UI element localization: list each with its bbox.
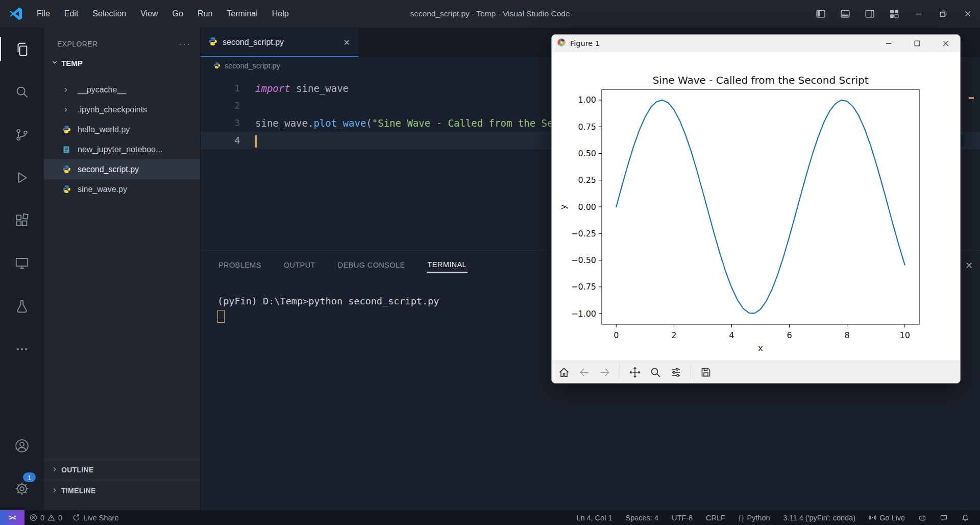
layout-panel-icon[interactable] <box>833 0 857 28</box>
explorer-item-new-jupyter-noteboo[interactable]: new_jupyter_noteboo... <box>44 139 200 159</box>
explorer-icon[interactable] <box>0 28 44 70</box>
y-tick-label: 0.75 <box>578 122 596 132</box>
python-icon <box>208 37 217 48</box>
remote-explorer-icon[interactable] <box>0 242 44 285</box>
python-icon <box>62 185 75 194</box>
panel-tab-debug-console[interactable]: DEBUG CONSOLE <box>337 258 406 272</box>
language-mode[interactable]: { } Python <box>732 510 777 525</box>
remote-indicator[interactable]: >< <box>0 510 24 525</box>
explorer-header: EXPLORER ··· <box>44 35 200 53</box>
problems-status[interactable]: 0 0 <box>24 510 67 525</box>
menu-terminal[interactable]: Terminal <box>219 0 264 28</box>
x-tick-label: 10 <box>900 330 910 340</box>
copilot-icon[interactable] <box>912 510 933 525</box>
layout-sidebar-icon[interactable] <box>808 0 833 28</box>
panel-tab-problems[interactable]: PROBLEMS <box>217 258 262 272</box>
window-controls <box>808 0 980 28</box>
minimize-icon[interactable] <box>874 35 903 52</box>
menu-help[interactable]: Help <box>265 0 296 28</box>
python-interpreter[interactable]: 3.11.4 ('pyFin': conda) <box>777 510 862 525</box>
configure-icon[interactable] <box>669 365 683 379</box>
outline-section[interactable]: OUTLINE <box>44 459 200 480</box>
save-icon[interactable] <box>699 365 713 379</box>
outline-label: OUTLINE <box>61 466 94 474</box>
activity-bar: 1 <box>0 28 44 510</box>
minimize-icon[interactable] <box>906 0 931 28</box>
figure-window[interactable]: Figure 1 Sine Wave - Called from the Sec… <box>551 34 961 384</box>
back-icon[interactable] <box>577 365 592 379</box>
run-debug-icon[interactable] <box>0 156 44 199</box>
pan-icon[interactable] <box>628 365 642 379</box>
zoom-icon[interactable] <box>648 365 663 379</box>
explorer-item-second-script-py[interactable]: second_script.py <box>44 159 200 179</box>
y-tick-label: −0.75 <box>571 282 596 292</box>
menu-bar: FileEditSelectionViewGoRunTerminalHelp <box>30 0 296 28</box>
folder-root-temp[interactable]: TEMP <box>44 53 200 73</box>
line-number: 1 <box>200 80 255 97</box>
timeline-section[interactable]: TIMELINE <box>44 480 200 501</box>
close-icon[interactable] <box>932 35 960 52</box>
layout-sidebar-right-icon[interactable] <box>857 0 882 28</box>
explorer-item-hello-world-py[interactable]: hello_world.py <box>44 120 200 139</box>
panel-tab-output[interactable]: OUTPUT <box>283 258 316 272</box>
line-number: 4 <box>200 132 255 149</box>
menu-go[interactable]: Go <box>165 0 190 28</box>
y-axis-label: y <box>558 204 568 209</box>
token: ( <box>366 117 372 129</box>
more-icon[interactable] <box>0 328 44 371</box>
menu-file[interactable]: File <box>30 0 57 28</box>
toolbar-separator <box>620 366 620 379</box>
token: import <box>255 83 290 94</box>
editor-cursor <box>255 135 257 148</box>
y-tick-label: 0.00 <box>578 202 596 212</box>
forward-icon[interactable] <box>598 365 612 379</box>
figure-title-bar[interactable]: Figure 1 <box>552 35 960 52</box>
restore-icon[interactable] <box>931 0 955 28</box>
account-icon[interactable] <box>0 424 44 467</box>
tab-label: second_script.py <box>223 38 284 47</box>
explorer-more-actions-icon[interactable]: ··· <box>179 39 191 50</box>
chevron-right-icon <box>62 105 75 114</box>
file-label: second_script.py <box>78 165 139 174</box>
status-bar: >< 0 0 Live Share Ln 4, Col 1 Spaces: 4 … <box>0 510 980 525</box>
menu-run[interactable]: Run <box>190 0 219 28</box>
home-icon[interactable] <box>557 365 571 379</box>
bell-icon[interactable] <box>954 510 976 525</box>
menu-edit[interactable]: Edit <box>57 0 86 28</box>
live-share-status[interactable]: Live Share <box>67 510 124 525</box>
menu-selection[interactable]: Selection <box>85 0 133 28</box>
chevron-right-icon <box>62 85 75 94</box>
maximize-icon[interactable] <box>903 35 932 52</box>
go-live[interactable]: Go Live <box>862 510 912 525</box>
figure-window-controls <box>874 35 960 52</box>
testing-icon[interactable] <box>0 285 44 328</box>
x-tick-label: 8 <box>845 330 850 340</box>
file-label: hello_world.py <box>78 125 130 134</box>
explorer-item-ipynb-checkpoints[interactable]: .ipynb_checkpoints <box>44 100 200 120</box>
settings-gear-icon[interactable]: 1 <box>0 467 44 510</box>
customize-layout-icon[interactable] <box>882 0 906 28</box>
code-text <box>255 132 258 149</box>
sidebar-sections: OUTLINE TIMELINE <box>44 459 200 501</box>
encoding[interactable]: UTF-8 <box>665 510 699 525</box>
cursor-position[interactable]: Ln 4, Col 1 <box>570 510 619 525</box>
indentation[interactable]: Spaces: 4 <box>619 510 665 525</box>
live-share-label: Live Share <box>83 514 118 522</box>
chevron-right-icon <box>51 487 58 495</box>
breadcrumb-file: second_script.py <box>225 62 280 70</box>
vscode-window: { "title_bar": { "title": "second_script… <box>0 0 980 525</box>
tab-second-script[interactable]: second_script.py ✕ <box>200 28 358 57</box>
close-icon[interactable] <box>955 0 980 28</box>
panel-tab-terminal[interactable]: TERMINAL <box>427 257 468 273</box>
status-right-group: Ln 4, Col 1 Spaces: 4 UTF-8 CRLF { } Pyt… <box>570 510 980 525</box>
explorer-item-pycache[interactable]: __pycache__ <box>44 80 200 100</box>
source-control-icon[interactable] <box>0 113 44 156</box>
explorer-item-sine-wave-py[interactable]: sine_wave.py <box>44 179 200 199</box>
eol-sequence[interactable]: CRLF <box>699 510 732 525</box>
menu-view[interactable]: View <box>133 0 165 28</box>
feedback-icon[interactable] <box>933 510 954 525</box>
tab-close-icon[interactable]: ✕ <box>344 38 350 47</box>
search-icon[interactable] <box>0 70 44 113</box>
panel-close-icon[interactable]: ✕ <box>965 260 973 271</box>
extensions-icon[interactable] <box>0 199 44 242</box>
